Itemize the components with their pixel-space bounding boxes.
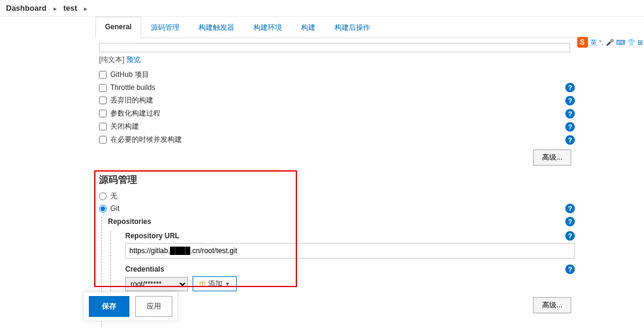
highlight-box [94,170,297,287]
tab-post[interactable]: 构建后操作 [325,17,380,38]
close-label: 关闭构建 [110,122,561,132]
ime-toolbar: S 英 °, 🎤 ⌨ 👕 ⊞ [577,37,643,48]
advanced-button[interactable]: 高级... [533,150,571,166]
plaintext-row: [纯文本] 预览 [99,55,575,65]
apply-button[interactable]: 应用 [135,296,172,317]
param-checkbox[interactable] [99,110,107,117]
help-icon[interactable]: ? [565,96,575,105]
discard-checkbox[interactable] [99,96,107,104]
description-textarea[interactable] [99,43,570,52]
breadcrumb-project[interactable]: test [63,4,77,13]
tab-general[interactable]: General [95,17,141,38]
ime-punct-toggle[interactable]: °, [599,39,603,46]
help-icon[interactable]: ? [565,264,575,274]
concurrent-checkbox[interactable] [99,136,107,144]
chevron-right-icon: ▸ [54,5,57,12]
discard-label: 丢弃旧的构建 [110,95,561,105]
help-icon[interactable]: ? [565,83,575,92]
help-icon[interactable]: ? [565,204,575,213]
tab-build[interactable]: 构建 [292,17,325,38]
plaintext-label: [纯文本] [99,55,126,64]
tab-env[interactable]: 构建环境 [244,17,292,38]
mic-icon[interactable]: 🎤 [606,39,614,46]
help-icon[interactable]: ? [565,231,575,241]
throttle-label: Throttle builds [110,83,561,92]
keyboard-icon[interactable]: ⌨ [616,39,626,46]
help-icon[interactable]: ? [565,109,575,119]
tab-scm[interactable]: 源码管理 [141,17,189,38]
help-icon[interactable]: ? [565,217,575,226]
advanced-button[interactable]: 高级... [533,297,571,313]
throttle-checkbox[interactable] [99,84,107,92]
param-label: 参数化构建过程 [110,108,561,119]
breadcrumb-dashboard[interactable]: Dashboard [6,4,47,13]
footer-bar: 保存 应用 [83,292,178,321]
breadcrumb: Dashboard ▸ test ▸ [0,0,644,17]
github-project-checkbox[interactable] [99,71,107,79]
chevron-right-icon: ▸ [84,5,87,12]
toolbox-icon[interactable]: ⊞ [637,39,643,46]
help-icon[interactable]: ? [565,135,575,145]
close-checkbox[interactable] [99,123,107,130]
help-icon[interactable]: ? [565,122,575,132]
sogou-logo-icon[interactable]: S [577,37,588,48]
concurrent-label: 在必要的时候并发构建 [110,135,561,145]
preview-link[interactable]: 预览 [126,55,141,64]
config-tabs: General 源码管理 构建触发器 构建环境 构建 构建后操作 [95,17,578,38]
ime-lang-toggle[interactable]: 英 [590,38,597,47]
tab-triggers[interactable]: 构建触发器 [189,17,244,38]
github-project-label: GitHub 项目 [110,70,575,80]
save-button[interactable]: 保存 [89,296,129,317]
skin-icon[interactable]: 👕 [627,39,636,46]
